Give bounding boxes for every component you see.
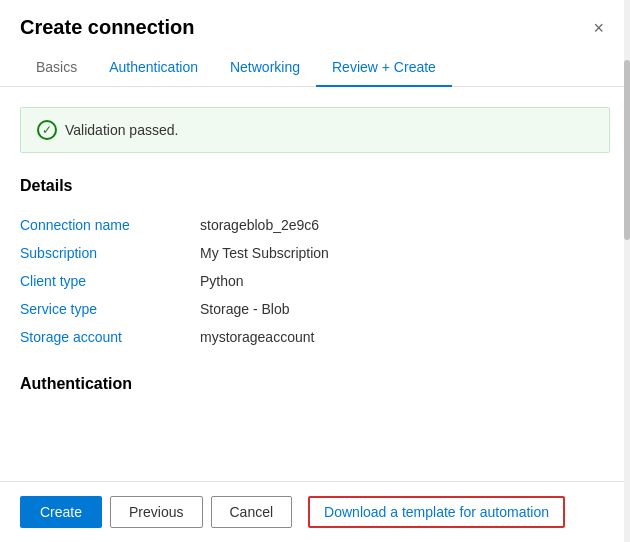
authentication-section: Authentication (20, 375, 610, 393)
validation-message: Validation passed. (65, 122, 178, 138)
scrollbar-track (624, 0, 630, 542)
field-label-subscription: Subscription (20, 239, 200, 267)
field-label-service-type: Service type (20, 295, 200, 323)
dialog-header: Create connection × (0, 0, 630, 49)
dialog-body: ✓ Validation passed. Details Connection … (0, 87, 630, 481)
scrollbar-thumb[interactable] (624, 60, 630, 240)
table-row: Service type Storage - Blob (20, 295, 610, 323)
field-label-client-type: Client type (20, 267, 200, 295)
field-value-connection-name: storageblob_2e9c6 (200, 211, 610, 239)
validation-banner: ✓ Validation passed. (20, 107, 610, 153)
close-button[interactable]: × (587, 17, 610, 39)
cancel-button[interactable]: Cancel (211, 496, 293, 528)
dialog-title: Create connection (20, 16, 194, 39)
create-connection-dialog: Create connection × Basics Authenticatio… (0, 0, 630, 542)
details-table: Connection name storageblob_2e9c6 Subscr… (20, 211, 610, 351)
tab-review-create[interactable]: Review + Create (316, 49, 452, 87)
field-value-service-type: Storage - Blob (200, 295, 610, 323)
field-label-connection-name: Connection name (20, 211, 200, 239)
create-button[interactable]: Create (20, 496, 102, 528)
table-row: Connection name storageblob_2e9c6 (20, 211, 610, 239)
field-value-storage-account: mystorageaccount (200, 323, 610, 351)
table-row: Client type Python (20, 267, 610, 295)
validation-check-icon: ✓ (37, 120, 57, 140)
tab-authentication[interactable]: Authentication (93, 49, 214, 87)
field-value-client-type: Python (200, 267, 610, 295)
tabs-container: Basics Authentication Networking Review … (0, 49, 630, 87)
authentication-section-title: Authentication (20, 375, 610, 393)
tab-networking[interactable]: Networking (214, 49, 316, 87)
download-template-button[interactable]: Download a template for automation (308, 496, 565, 528)
tab-basics[interactable]: Basics (20, 49, 93, 87)
field-value-subscription: My Test Subscription (200, 239, 610, 267)
details-section: Details Connection name storageblob_2e9c… (20, 177, 610, 351)
details-section-title: Details (20, 177, 610, 195)
field-label-storage-account: Storage account (20, 323, 200, 351)
table-row: Subscription My Test Subscription (20, 239, 610, 267)
table-row: Storage account mystorageaccount (20, 323, 610, 351)
previous-button[interactable]: Previous (110, 496, 202, 528)
dialog-footer: Create Previous Cancel Download a templa… (0, 481, 630, 542)
